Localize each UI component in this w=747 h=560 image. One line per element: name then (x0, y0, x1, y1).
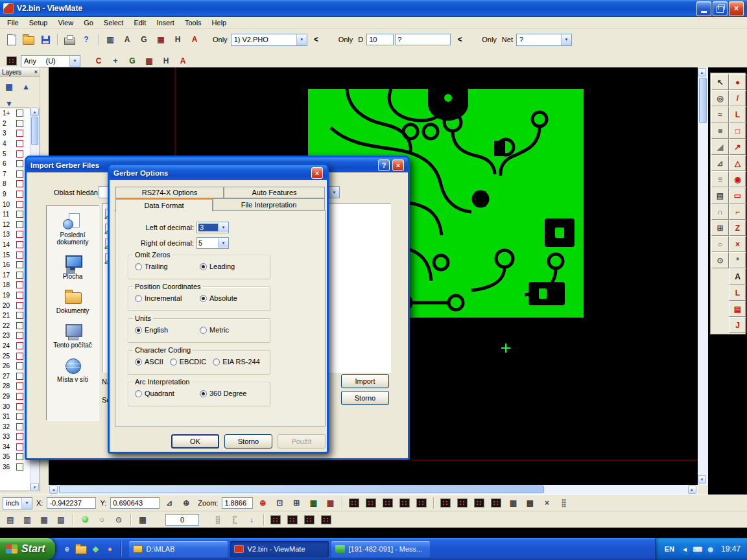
layer-color-swatch[interactable] (16, 292, 23, 299)
clear-highlight-icon[interactable]: × (539, 495, 554, 511)
chevron-down-icon[interactable]: ▼ (561, 34, 571, 45)
origin-target-icon[interactable]: ⊕ (178, 495, 194, 511)
dialog-help-button[interactable]: ? (378, 159, 390, 171)
text-a-icon[interactable]: A (729, 268, 746, 285)
tab-auto-features[interactable]: Auto Features (224, 187, 325, 198)
draw-target-icon[interactable]: ◉ (729, 171, 746, 187)
shield-icon[interactable]: ◆ (89, 541, 102, 557)
menu-select[interactable]: Select (99, 18, 129, 28)
keyboard-icon[interactable]: ⌨ (692, 543, 704, 555)
dot-grid-icon[interactable]: ⣿ (210, 512, 226, 528)
layer-row-3[interactable]: 3 (0, 128, 30, 139)
pad-display-toggle-icon[interactable] (471, 495, 487, 511)
draw-zigzag-icon[interactable]: Z (729, 220, 746, 236)
draw-polyline-icon[interactable]: L (729, 106, 746, 122)
radio-absolute[interactable]: Absolute (200, 294, 258, 302)
probe-b-icon[interactable]: ⊙ (111, 512, 126, 528)
filled-shape-icon[interactable]: ■ (711, 122, 729, 139)
pad-display-toggle-icon[interactable] (397, 495, 412, 511)
pad-display-toggle-icon[interactable] (380, 495, 396, 511)
horizontal-scroll-thumb[interactable] (59, 485, 544, 493)
select-cursor-icon[interactable]: ↖ (711, 74, 729, 90)
layer-color-swatch[interactable] (16, 281, 23, 288)
apply-button[interactable]: Použít (278, 434, 326, 449)
y-coordinate-field[interactable]: 0.690643 (110, 497, 160, 509)
radio-eia-rs-244[interactable]: EIA RS-244 (213, 358, 259, 366)
place-network[interactable]: Místa v síti (48, 357, 97, 383)
vertical-scroll-thumb[interactable] (699, 78, 707, 123)
menu-setup[interactable]: Setup (24, 18, 53, 28)
menu-go[interactable]: Go (78, 18, 99, 28)
radio-incremental[interactable]: Incremental (135, 294, 193, 302)
task-messenger[interactable]: [191-482-091] - Mess... (331, 541, 430, 557)
layer-color-swatch[interactable] (16, 393, 23, 400)
layer-color-swatch[interactable] (16, 191, 23, 198)
layer-up-button[interactable]: ▲ (18, 79, 34, 95)
layer-color-swatch[interactable] (16, 221, 23, 228)
arc-tool-icon[interactable]: ∩ (711, 204, 729, 220)
gerber-dialog-titlebar[interactable]: Gerber Options × (110, 165, 327, 180)
prev-layer-button[interactable]: < (309, 32, 324, 47)
radio-quadrant[interactable]: Quadrant (135, 390, 193, 397)
layer-row-4[interactable]: 4 (0, 139, 30, 149)
x-coordinate-field[interactable]: -0.942237 (47, 497, 96, 509)
menu-help[interactable]: Help (207, 18, 232, 28)
minimize-button[interactable] (696, 1, 711, 16)
drop-marker-icon[interactable]: ↓ (244, 512, 259, 528)
cut-icon[interactable]: × (729, 236, 746, 252)
pad-display-toggle-icon[interactable] (363, 495, 379, 511)
highlight-icon[interactable]: H (170, 32, 185, 47)
draw-dashed-rect-icon[interactable]: ▭ (729, 187, 746, 204)
diagonal-measure-icon[interactable]: ⊿ (161, 495, 177, 511)
counter-field[interactable]: 0 (165, 514, 199, 526)
layer-color-swatch[interactable] (16, 150, 23, 158)
line-style-icon[interactable]: ≈ (711, 106, 729, 122)
sketch-mode-icon[interactable]: ▩ (522, 495, 538, 511)
radio-metric[interactable]: Metric (200, 326, 258, 334)
aperture-flash-icon[interactable] (268, 512, 283, 528)
null-tool-icon[interactable]: ⊙ (711, 252, 729, 268)
layer-color-swatch[interactable] (16, 423, 23, 430)
circle-tool-icon[interactable]: C (91, 53, 106, 69)
layer-color-swatch[interactable] (16, 463, 23, 471)
new-file-icon[interactable] (4, 32, 19, 47)
h-tool-icon[interactable]: H (158, 53, 174, 69)
net-combo[interactable]: ? ▼ (516, 34, 572, 46)
layer-color-swatch[interactable] (16, 312, 23, 319)
draw-rect-icon[interactable]: □ (729, 122, 746, 139)
layer-color-swatch[interactable] (16, 302, 23, 309)
settings-gear-icon[interactable]: * (729, 252, 746, 268)
scroll-left-arrow-icon[interactable]: ◄ (49, 485, 58, 494)
scroll-down-arrow-icon[interactable]: ▼ (30, 483, 39, 491)
tab-data-format[interactable]: Data Format (115, 198, 213, 211)
draw-arrow-icon[interactable]: ↗ (729, 139, 746, 155)
only-dcode-toggle[interactable]: Only (338, 36, 353, 43)
layer-color-swatch[interactable] (16, 332, 23, 339)
place-documents[interactable]: Dokumenty (48, 288, 97, 314)
draw-trace-icon[interactable]: / (729, 90, 746, 106)
stack-icon[interactable]: ≡ (711, 171, 729, 187)
tab-file-interpretation[interactable]: File Interpretation (213, 198, 325, 211)
radio-leading[interactable]: Leading (200, 262, 258, 270)
place-desktop[interactable]: Plocha (48, 254, 97, 280)
pad-display-toggle-icon[interactable] (346, 495, 362, 511)
layer-color-swatch[interactable] (16, 382, 23, 390)
stamp-icon[interactable]: ▤ (729, 301, 746, 317)
task-mlab[interactable]: D:\MLAB (129, 541, 228, 557)
chevron-down-icon[interactable]: ▼ (21, 498, 32, 509)
snap-grid-icon[interactable]: ⣏ (227, 512, 243, 528)
dialog-close-button[interactable]: × (311, 167, 323, 179)
more-options-icon[interactable]: ⣿ (556, 495, 571, 511)
chevron-down-icon[interactable]: ▼ (218, 239, 228, 248)
chevron-down-icon[interactable]: ▼ (218, 223, 228, 232)
layer-color-swatch[interactable] (16, 353, 23, 360)
layer-grid-icon[interactable]: ▤ (711, 187, 729, 204)
layer-color-swatch[interactable] (16, 272, 23, 279)
dcode-pattern-icon[interactable]: ▦ (153, 32, 169, 47)
dcode-input[interactable]: 10 (366, 34, 394, 45)
chevron-down-icon[interactable]: ▼ (296, 34, 307, 45)
layer-color-swatch[interactable] (16, 170, 23, 178)
print-icon[interactable] (62, 32, 77, 47)
radio-ascii[interactable]: ASCII (135, 358, 163, 366)
layer-color-swatch[interactable] (16, 231, 23, 238)
